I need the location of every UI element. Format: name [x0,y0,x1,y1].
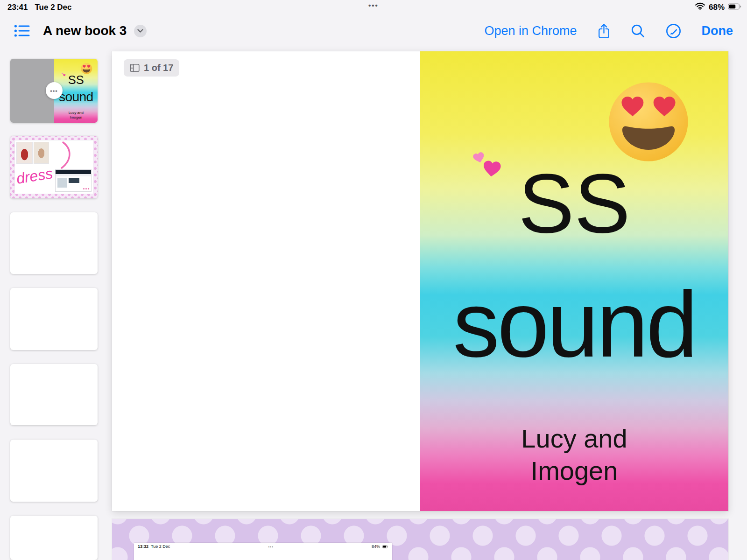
chevron-down-icon [137,29,143,33]
thumbnail-page-3[interactable] [10,212,98,274]
thumb-photo-dress [17,142,32,163]
thumb-pink-stroke [59,141,75,170]
battery-percent: 68% [709,3,725,12]
right-page-cover[interactable]: SS sound Lucy and Imogen [420,51,728,511]
thumbnail-page-2[interactable]: dress [10,136,98,198]
cover-title-ss: SS [54,74,98,86]
heart-eyes-emoji [80,63,92,75]
svg-text:dress: dress [15,166,54,187]
search-icon [631,24,645,38]
toolbar: A new book 3 Open in Chrome [0,17,747,45]
left-page[interactable] [112,51,420,511]
battery-icon [728,3,741,12]
thumbnail-page-5[interactable] [10,364,98,425]
next-spread-peek[interactable]: 13:32 Tue 2 Dec ••• 84% [112,519,728,560]
heart-eyes-emoji[interactable] [607,80,690,163]
thumbnail-page-2-content: dress [14,140,93,194]
page-indicator-label: 1 of 17 [144,63,173,73]
status-bar: 23:41 Tue 2 Dec ••• 68% [0,0,747,14]
thumbnail-page-4[interactable] [10,288,98,350]
thumb-photo-person [34,142,49,163]
share-icon [598,23,610,39]
pages-icon [130,63,140,72]
mini-status-date: Tue 2 Dec [151,544,170,549]
mini-status-time: 13:32 [138,544,148,549]
mini-battery-percent: 84% [372,544,380,549]
done-button[interactable]: Done [702,24,733,38]
thumbnail-page-7[interactable] [10,516,98,560]
markup-pen-icon [666,23,681,39]
contents-button[interactable] [14,24,30,37]
next-page-content: 13:32 Tue 2 Dec ••• 84% [134,543,392,560]
search-button[interactable] [631,24,645,38]
page-options-button[interactable]: ••• [46,82,63,99]
cover-author[interactable]: Lucy and Imogen [420,422,728,487]
wifi-icon [695,2,705,12]
thumbnail-page-cover[interactable]: SS sound Lucy and Imogen ••• [10,59,98,123]
book-spread: SS sound Lucy and Imogen 1 of 17 [112,51,728,511]
thumbnail-page-6[interactable] [10,440,98,502]
cover-art: SS sound Lucy and Imogen [420,51,728,511]
cover-title-ss[interactable]: SS [420,161,728,245]
ellipsis-icon: ••• [50,87,58,94]
open-in-chrome-link[interactable]: Open in Chrome [484,24,577,38]
cover-title-sound[interactable]: sound [420,278,728,371]
mini-battery-icon [382,545,388,548]
cover-author: Lucy and Imogen [54,111,98,119]
share-button[interactable] [598,23,610,39]
page-indicator: 1 of 17 [124,59,179,77]
book-title: A new book 3 [43,23,127,38]
thumb-webpage-screenshot [56,170,91,191]
mini-multitasking-indicator: ••• [268,545,273,549]
title-menu-button[interactable] [134,25,147,37]
multitasking-indicator[interactable]: ••• [0,1,747,9]
markup-button[interactable] [666,23,681,39]
